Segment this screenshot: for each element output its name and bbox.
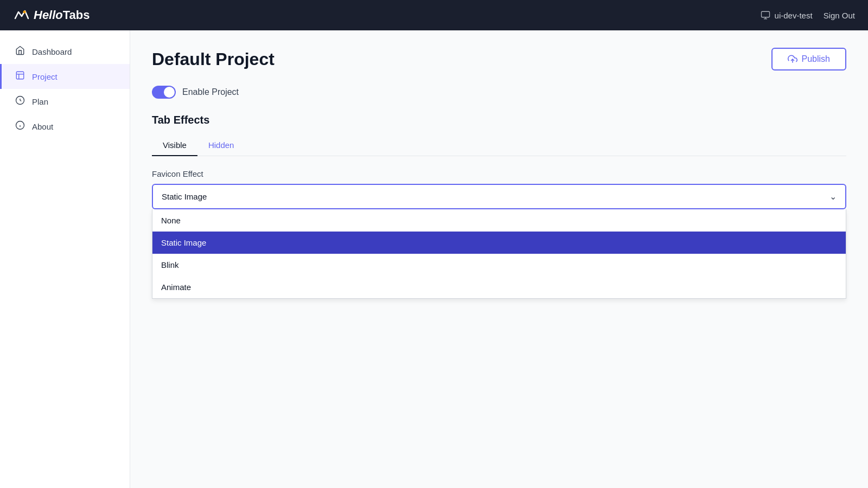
logo: HelloTabs: [13, 7, 90, 24]
tab-visible[interactable]: Visible: [152, 135, 197, 156]
tab-row: Visible Hidden: [152, 135, 846, 156]
main-content: Default Project Publish Enable Project T…: [130, 30, 868, 488]
dropdown-option-blink[interactable]: Blink: [152, 254, 846, 276]
favicon-effect-group: Favicon Effect Static Image ⌄ None Stati…: [152, 169, 846, 209]
sidebar-item-project[interactable]: Project: [0, 64, 130, 89]
toggle-knob: [164, 87, 175, 98]
publish-label: Publish: [802, 54, 830, 64]
enable-label: Enable Project: [182, 87, 239, 97]
logo-text: HelloTabs: [34, 8, 90, 22]
dropdown-options: None Static Image Blink Animate: [152, 209, 846, 299]
sidebar-label-project: Project: [32, 72, 58, 81]
signout-button[interactable]: Sign Out: [824, 11, 855, 20]
topnav-username: ui-dev-test: [775, 11, 813, 20]
topnav-right: ui-dev-test Sign Out: [761, 10, 855, 20]
sidebar: Dashboard Project Plan About: [0, 30, 130, 488]
project-icon: [15, 70, 25, 82]
dropdown-option-animate[interactable]: Animate: [152, 276, 846, 298]
monitor-icon: [761, 10, 770, 20]
enable-row: Enable Project: [152, 86, 846, 99]
favicon-effect-label: Favicon Effect: [152, 169, 846, 178]
sidebar-item-plan[interactable]: Plan: [0, 89, 130, 114]
logo-tabs: Tabs: [63, 8, 90, 22]
svg-point-0: [23, 11, 26, 14]
svg-line-9: [20, 100, 21, 101]
sidebar-label-dashboard: Dashboard: [32, 47, 72, 56]
sidebar-item-about[interactable]: About: [0, 114, 130, 139]
select-current-value: Static Image: [162, 192, 207, 201]
page-header: Default Project Publish: [152, 48, 846, 70]
chevron-down-icon: ⌄: [829, 191, 837, 202]
plan-icon: [15, 95, 25, 107]
topnav-user: ui-dev-test: [761, 10, 813, 20]
publish-icon: [788, 54, 797, 64]
topnav: HelloTabs ui-dev-test Sign Out: [0, 0, 868, 30]
logo-hello: Hello: [34, 8, 63, 22]
enable-toggle[interactable]: [152, 86, 176, 99]
home-icon: [15, 46, 25, 57]
favicon-effect-select-wrapper: Static Image ⌄ None Static Image Blink: [152, 184, 846, 209]
dropdown-option-none[interactable]: None: [152, 209, 846, 232]
favicon-effect-select[interactable]: Static Image ⌄: [152, 184, 846, 209]
svg-rect-1: [761, 11, 769, 17]
logo-icon: [13, 7, 30, 24]
page-title: Default Project: [152, 49, 275, 69]
sidebar-label-plan: Plan: [32, 97, 48, 106]
dropdown-option-static-image[interactable]: Static Image: [152, 232, 846, 254]
publish-button[interactable]: Publish: [771, 48, 846, 70]
layout: Dashboard Project Plan About Default Pro…: [0, 30, 868, 488]
tab-hidden[interactable]: Hidden: [197, 135, 245, 156]
info-icon: [15, 120, 25, 132]
svg-rect-4: [16, 72, 24, 79]
sidebar-item-dashboard[interactable]: Dashboard: [0, 39, 130, 64]
sidebar-label-about: About: [32, 122, 53, 131]
section-title-tab-effects: Tab Effects: [152, 114, 846, 126]
